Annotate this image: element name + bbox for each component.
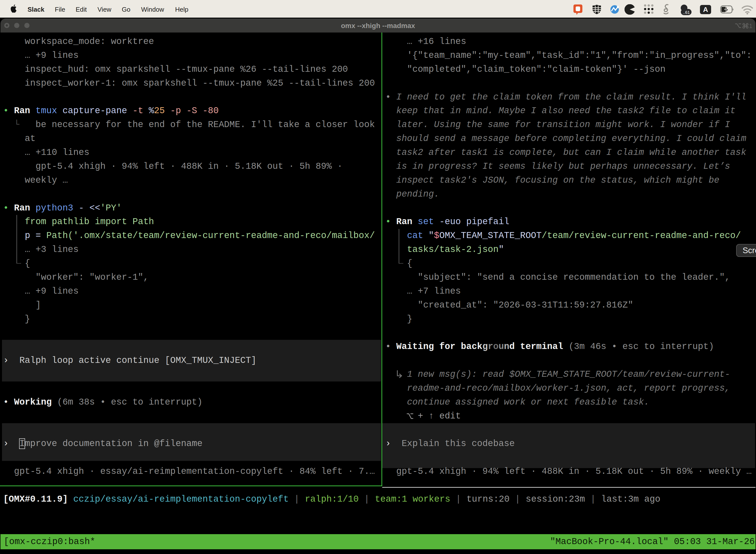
svg-text:1: 1 <box>749 23 752 29</box>
svg-text:..61: ..61 <box>683 10 690 15</box>
